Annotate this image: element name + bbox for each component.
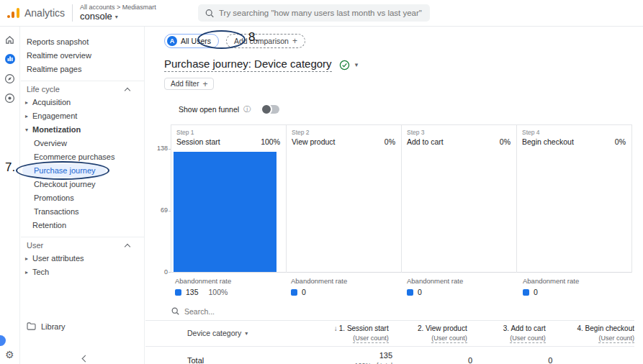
sidebar-item-user-attributes[interactable]: ▸ User attributes xyxy=(21,252,144,265)
legend-swatch xyxy=(407,289,413,296)
toggle-knob xyxy=(261,104,272,115)
section-label: User xyxy=(27,241,43,250)
info-icon[interactable]: ⓘ xyxy=(243,104,251,114)
column-header-view-product[interactable]: 2. View product (User count) xyxy=(389,324,467,342)
chevron-down-icon: ▾ xyxy=(115,14,118,20)
abandonment-label: Abandonment rate xyxy=(407,277,519,285)
sidebar-section-life-cycle[interactable]: Life cycle xyxy=(21,81,144,96)
total-cell-view-product: 0 xyxy=(392,356,472,364)
funnel-step-header: Step 1 Session start 100% xyxy=(171,125,286,149)
caret-right-icon: ▸ xyxy=(25,252,32,265)
search-bar[interactable] xyxy=(198,4,430,22)
property-name: console xyxy=(80,12,112,22)
funnel-step-column-3: Step 3 Add to cart 0% xyxy=(402,125,517,273)
advertising-icon[interactable] xyxy=(4,92,16,104)
funnel-bar-session-start[interactable] xyxy=(174,152,276,272)
abandonment-row: Abandonment rate 135 100% Abandonment ra… xyxy=(171,277,643,296)
total-cell-begin-checkout: 0 xyxy=(552,356,643,364)
sidebar-item-ecommerce-purchases[interactable]: Ecommerce purchases xyxy=(21,150,144,164)
caret-right-icon: ▸ xyxy=(25,96,32,109)
logo-bar-tall xyxy=(17,8,19,18)
sidebar-item-overview[interactable]: Overview xyxy=(21,137,144,150)
sidebar-item-retention[interactable]: Retention xyxy=(21,219,144,232)
step-name: Session start xyxy=(176,137,220,146)
funnel-step-header: Step 3 Add to cart 0% xyxy=(402,125,516,149)
table-search[interactable] xyxy=(145,302,634,321)
column-header-begin-checkout[interactable]: 4. Begin checkout (User count) xyxy=(546,324,634,342)
column-title: 3. Add to cart xyxy=(503,324,546,332)
plus-icon: + xyxy=(202,79,207,89)
funnel-plot-area xyxy=(517,149,631,273)
add-comparison-button[interactable]: Add comparison + xyxy=(226,34,305,48)
sidebar-item-monetization[interactable]: ▾ Monetization xyxy=(21,123,144,137)
column-title: 4. Begin checkout xyxy=(577,324,635,332)
account-switcher[interactable]: All accounts > Mediasmart console ▾ xyxy=(80,4,156,22)
open-funnel-toggle-row: Show open funnel ⓘ xyxy=(179,104,643,114)
add-filter-button[interactable]: Add filter + xyxy=(164,78,214,90)
logo-dot xyxy=(7,15,10,18)
sidebar-item-tech[interactable]: ▸ Tech xyxy=(21,265,144,279)
sort-desc-icon: ↓ xyxy=(334,324,338,332)
search-input[interactable] xyxy=(219,9,423,17)
funnel-step-column-4: Step 4 Begin checkout 0% xyxy=(517,125,632,273)
sidebar-item-reports-snapshot[interactable]: Reports snapshot xyxy=(21,35,144,49)
table-header-row: Device category ▾ ↓1. Session start (Use… xyxy=(145,321,634,347)
item-label: Tech xyxy=(32,265,49,279)
home-icon[interactable] xyxy=(4,34,16,45)
all-users-chip[interactable]: A All Users xyxy=(164,34,219,48)
funnel-plot-area xyxy=(171,149,286,273)
table-search-input[interactable] xyxy=(184,307,314,316)
title-dropdown-caret-icon[interactable]: ▾ xyxy=(355,61,359,68)
sidebar-item-realtime-overview[interactable]: Realtime overview xyxy=(21,49,144,63)
total-value: 0 xyxy=(472,356,552,364)
legend-swatch xyxy=(175,289,181,296)
logo-bar-mid xyxy=(12,12,14,18)
y-axis-tick-label: 69 xyxy=(147,206,168,214)
funnel-plot-area xyxy=(402,149,516,273)
report-title-row: Purchase journey: Device category ▾ xyxy=(164,58,643,72)
sidebar-item-library[interactable]: Library xyxy=(21,319,144,333)
funnel-table: Device category ▾ ↓1. Session start (Use… xyxy=(145,302,643,364)
caret-down-icon: ▾ xyxy=(25,123,32,137)
funnel-step-column-2: Step 2 View product 0% xyxy=(287,125,402,273)
chevron-up-icon xyxy=(125,244,130,250)
search-icon xyxy=(171,307,179,315)
funnel-step-header: Step 4 Begin checkout 0% xyxy=(517,125,631,149)
column-header-session-start[interactable]: ↓1. Session start (User count) xyxy=(310,324,389,342)
collapse-sidebar-icon[interactable] xyxy=(82,355,89,363)
sidebar-item-engagement[interactable]: ▸ Engagement xyxy=(21,109,144,123)
open-funnel-toggle[interactable] xyxy=(261,105,279,114)
analytics-logo-icon[interactable] xyxy=(7,7,19,19)
abandonment-cell-1: Abandonment rate 135 100% xyxy=(171,277,287,296)
sidebar-item-promotions[interactable]: Promotions xyxy=(21,191,144,205)
sidebar-section-user[interactable]: User xyxy=(21,237,144,252)
abandonment-value: 135 xyxy=(186,288,199,296)
page-title[interactable]: Purchase journey: Device category xyxy=(164,58,332,72)
sidebar-item-checkout-journey[interactable]: Checkout journey xyxy=(21,178,144,191)
column-subtitle: (User count) xyxy=(431,335,467,343)
total-label: Total xyxy=(145,356,312,364)
sidebar-item-realtime-pages[interactable]: Realtime pages xyxy=(21,63,144,76)
total-cell-add-to-cart: 0 xyxy=(472,356,552,364)
comparison-chips-row: A All Users Add comparison + xyxy=(164,34,643,48)
folder-icon xyxy=(27,322,36,330)
dimension-header-device-category[interactable]: Device category ▾ xyxy=(145,324,310,337)
dimension-label: Device category xyxy=(187,329,241,337)
admin-gear-icon[interactable]: ⚙ xyxy=(5,349,14,360)
abandonment-label: Abandonment rate xyxy=(523,277,635,285)
main-content: A All Users Add comparison + Purchase jo… xyxy=(145,27,643,364)
reports-icon[interactable] xyxy=(4,53,16,65)
section-label: Life cycle xyxy=(27,85,60,94)
explore-icon[interactable] xyxy=(4,73,16,84)
abandonment-value: 0 xyxy=(418,288,422,296)
sidebar-item-transactions[interactable]: Transactions xyxy=(21,205,144,219)
sidebar-item-purchase-journey[interactable]: Purchase journey xyxy=(22,164,106,178)
item-label: Monetization xyxy=(32,123,81,137)
column-header-add-to-cart[interactable]: 3. Add to cart (User count) xyxy=(467,324,546,342)
funnel-grid: Step 1 Session start 100% Step 2 xyxy=(171,124,632,273)
step-name: Add to cart xyxy=(407,137,444,146)
abandonment-cell-3: Abandonment rate 0 xyxy=(403,277,519,296)
chevron-down-icon: ▾ xyxy=(245,330,248,337)
sidebar-item-acquisition[interactable]: ▸ Acquisition xyxy=(21,96,144,109)
column-title: 1. Session start xyxy=(339,324,389,332)
